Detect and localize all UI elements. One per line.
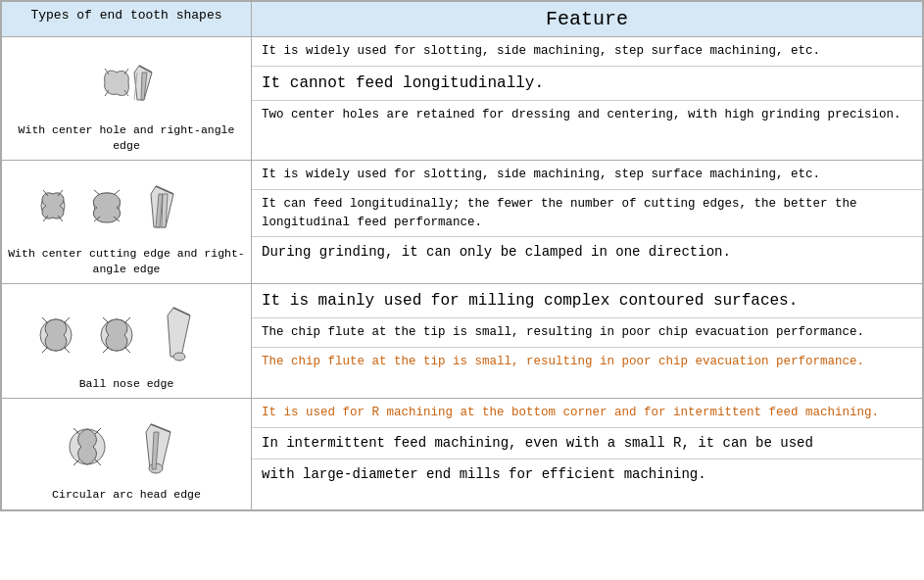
feature-text: In intermittent feed machining, even wit… — [252, 428, 922, 459]
feature-text: Two center holes are retained for dressi… — [252, 101, 922, 129]
type-label: With center cutting edge and right-angle… — [6, 246, 247, 277]
svg-point-6 — [173, 353, 185, 361]
header-feature: Feature — [252, 2, 923, 37]
table-row: Circular arc head edgeIt is used for R m… — [2, 399, 923, 509]
tool-icon-area — [6, 405, 247, 483]
table-row: With center hole and right-angle edgeIt … — [2, 37, 923, 161]
feature-cell: It is widely used for slotting, side mac… — [252, 161, 923, 284]
feature-text: It can feed longitudinally; the fewer th… — [252, 190, 922, 238]
feature-text: It is widely used for slotting, side mac… — [252, 161, 922, 190]
tool-icon-area — [6, 167, 247, 242]
feature-text: It cannot feed longitudinally. — [252, 67, 922, 101]
feature-text: The chip flute at the tip is small, resu… — [252, 348, 922, 376]
feature-cell: It is mainly used for milling complex co… — [252, 284, 923, 399]
feature-text: with large-diameter end mills for effici… — [252, 459, 922, 490]
type-cell: With center cutting edge and right-angle… — [2, 161, 252, 284]
type-cell: Ball nose edge — [2, 284, 252, 399]
feature-text: It is mainly used for milling complex co… — [252, 284, 922, 318]
feature-text: During grinding, it can only be clamped … — [252, 237, 922, 267]
feature-cell: It is widely used for slotting, side mac… — [252, 37, 923, 161]
header-types: Types of end tooth shapes — [2, 2, 252, 37]
table-row: With center cutting edge and right-angle… — [2, 161, 923, 284]
type-cell: Circular arc head edge — [2, 399, 252, 509]
table-header: Types of end tooth shapes Feature — [2, 2, 923, 37]
type-label: Ball nose edge — [6, 376, 247, 392]
feature-text: It is used for R machining at the bottom… — [252, 399, 922, 428]
feature-text: The chip flute at the tip is small, resu… — [252, 318, 922, 348]
tool-icon-area — [6, 43, 247, 119]
type-label: Circular arc head edge — [6, 487, 247, 503]
type-label: With center hole and right-angle edge — [6, 122, 247, 154]
tool-icon-area — [6, 290, 247, 372]
feature-cell: It is used for R machining at the bottom… — [252, 399, 923, 509]
type-cell: With center hole and right-angle edge — [2, 37, 252, 161]
table-row: Ball nose edgeIt is mainly used for mill… — [2, 284, 923, 399]
feature-text: It is widely used for slotting, side mac… — [252, 37, 922, 67]
